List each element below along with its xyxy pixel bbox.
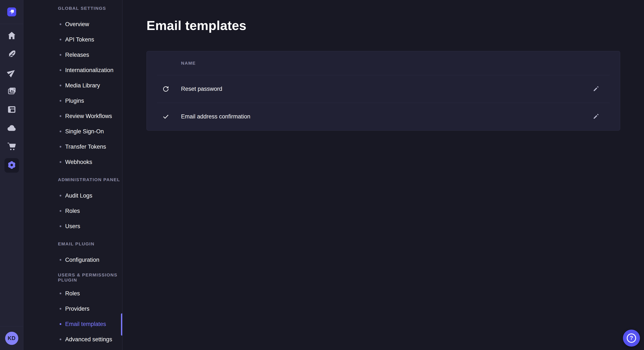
subnav-item-single-sign-on[interactable]: Single Sign-On [24,124,122,139]
bullet-icon [60,339,61,340]
edit-template-button[interactable] [589,82,603,96]
user-avatar[interactable]: KD [5,332,18,345]
rail-item-content-manager[interactable] [0,101,23,119]
subnav-item-email-configuration[interactable]: Configuration [24,252,122,268]
subnav-item-admin-roles[interactable]: Roles [24,203,122,219]
bullet-icon [60,259,61,261]
bullet-icon [60,293,61,294]
question-mark-icon: ? [627,334,636,343]
main-content: Email templates Name Reset password [122,0,644,350]
subnav-item-email-templates[interactable]: Email templates [24,316,122,332]
subnav-item-advanced-settings[interactable]: Advanced settings [24,332,122,347]
subnav-section-email-plugin: Email plugin Configuration [24,238,122,268]
rail-item-content-builder[interactable] [0,45,23,64]
subnav-item-overview[interactable]: Overview [24,16,122,32]
rail-item-cloud[interactable] [0,119,23,138]
template-name: Email address confirmation [181,113,250,120]
strapi-logo[interactable] [7,7,16,16]
send-icon [7,68,16,78]
bullet-icon [60,115,61,117]
bullet-icon [60,23,61,25]
subnav-section-administration-panel: Administration panel Audit Logs Roles Us… [24,174,122,234]
subnav-section-users-permissions-plugin: Users & Permissions plugin Roles Provide… [24,272,122,347]
pencil-icon [592,113,600,121]
bullet-icon [60,100,61,102]
table-header-row: Name [157,51,610,75]
subnav-item-internationalization[interactable]: Internationalization [24,62,122,78]
help-button[interactable]: ? [623,330,640,347]
rail-item-marketplace[interactable] [0,138,23,156]
subnav-item-review-workflows[interactable]: Review Workflows [24,108,122,124]
pencil-icon [592,85,600,93]
subnav-item-releases[interactable]: Releases [24,47,122,62]
home-icon [7,31,16,41]
bullet-icon [60,146,61,148]
page-title: Email templates [146,19,620,32]
section-header: Email plugin [24,238,122,250]
template-name: Reset password [181,86,222,92]
rail-bottom: KD [0,326,23,350]
rail-item-deploy[interactable] [0,64,23,82]
bullet-icon [60,210,61,212]
cloud-icon [7,123,16,134]
app-root: KD Global settings Overview API Tokens R… [0,0,644,350]
workspace-logo-wrap [0,0,23,24]
bullet-icon [60,161,61,163]
subnav-item-api-tokens[interactable]: API Tokens [24,32,122,47]
table-row-email-confirmation[interactable]: Email address confirmation [157,103,610,130]
bullet-icon [60,131,61,132]
rail-item-media-library[interactable] [0,82,23,101]
refresh-icon [157,85,174,93]
bullet-icon [60,323,61,325]
bullet-icon [60,85,61,86]
edit-template-button[interactable] [589,110,603,124]
settings-subnav: Global settings Overview API Tokens Rele… [24,0,122,350]
subnav-item-up-providers[interactable]: Providers [24,301,122,316]
subnav-item-admin-users[interactable]: Users [24,219,122,234]
layout-icon [7,105,16,115]
rail-item-home[interactable] [0,26,23,45]
settings-active-pill [4,158,19,173]
bullet-icon [60,225,61,227]
section-header: Administration panel [24,174,122,185]
subnav-item-audit-logs[interactable]: Audit Logs [24,188,122,203]
feather-icon [7,49,16,60]
bullet-icon [60,39,61,40]
subnav-item-media-library[interactable]: Media Library [24,78,122,93]
subnav-item-plugins[interactable]: Plugins [24,93,122,108]
rail-item-settings[interactable] [0,156,23,175]
subnav-section-global-settings: Global settings Overview API Tokens Rele… [24,2,122,170]
subnav-item-webhooks[interactable]: Webhooks [24,154,122,170]
gear-icon [7,160,16,171]
bullet-icon [60,195,61,196]
subnav-item-up-roles[interactable]: Roles [24,286,122,301]
bullet-icon [60,308,61,310]
section-header: Users & Permissions plugin [24,272,122,283]
column-header-name: Name [181,61,196,66]
section-header: Global settings [24,2,122,14]
rail-nav [0,24,23,175]
main-nav-rail: KD [0,0,24,350]
cart-icon [7,142,16,152]
table-row-reset-password[interactable]: Reset password [157,75,610,103]
images-icon [7,86,16,97]
email-templates-table: Name Reset password [146,51,620,131]
bullet-icon [60,69,61,71]
subnav-item-transfer-tokens[interactable]: Transfer Tokens [24,139,122,154]
check-icon [157,113,174,120]
bullet-icon [60,54,61,56]
